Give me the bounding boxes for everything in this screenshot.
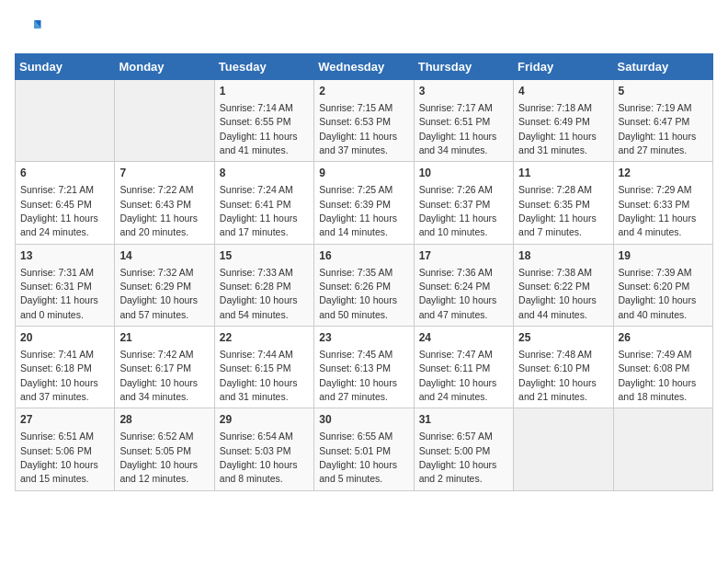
- day-number: 24: [419, 330, 508, 346]
- weekday-header-row: SundayMondayTuesdayWednesdayThursdayFrid…: [16, 54, 713, 80]
- calendar-cell: [514, 408, 613, 490]
- day-info: Sunrise: 7:39 AMSunset: 6:20 PMDaylight:…: [619, 267, 697, 320]
- calendar-cell: 15 Sunrise: 7:33 AMSunset: 6:28 PMDaylig…: [214, 244, 313, 326]
- day-info: Sunrise: 7:26 AMSunset: 6:37 PMDaylight:…: [419, 184, 497, 237]
- day-number: 9: [319, 166, 408, 181]
- calendar-cell: 5 Sunrise: 7:19 AMSunset: 6:47 PMDayligh…: [613, 80, 712, 162]
- day-info: Sunrise: 7:24 AMSunset: 6:41 PMDaylight:…: [220, 184, 298, 237]
- day-number: 20: [20, 330, 109, 346]
- day-info: Sunrise: 7:33 AMSunset: 6:28 PMDaylight:…: [220, 267, 298, 320]
- day-number: 18: [518, 248, 608, 264]
- day-number: 21: [119, 330, 209, 346]
- calendar-cell: 3 Sunrise: 7:17 AMSunset: 6:51 PMDayligh…: [414, 80, 513, 162]
- calendar-cell: 10 Sunrise: 7:26 AMSunset: 6:37 PMDaylig…: [414, 162, 513, 244]
- day-number: 10: [419, 166, 508, 181]
- day-info: Sunrise: 7:31 AMSunset: 6:31 PMDaylight:…: [20, 267, 98, 320]
- day-info: Sunrise: 7:36 AMSunset: 6:24 PMDaylight:…: [419, 267, 497, 320]
- weekday-header-friday: Friday: [514, 54, 613, 80]
- day-number: 12: [619, 166, 708, 181]
- day-number: 27: [20, 412, 109, 428]
- calendar-cell: 7 Sunrise: 7:22 AMSunset: 6:43 PMDayligh…: [115, 162, 214, 244]
- weekday-header-monday: Monday: [115, 54, 214, 80]
- day-info: Sunrise: 7:22 AMSunset: 6:43 PMDaylight:…: [119, 184, 198, 237]
- day-info: Sunrise: 7:47 AMSunset: 6:11 PMDaylight:…: [419, 349, 497, 402]
- day-number: 1: [220, 84, 309, 99]
- weekday-header-wednesday: Wednesday: [314, 54, 414, 80]
- day-info: Sunrise: 7:49 AMSunset: 6:08 PMDaylight:…: [619, 349, 697, 402]
- calendar-cell: 30 Sunrise: 6:55 AMSunset: 5:01 PMDaylig…: [314, 408, 414, 490]
- day-number: 28: [119, 412, 209, 428]
- calendar-week-2: 6 Sunrise: 7:21 AMSunset: 6:45 PMDayligh…: [16, 162, 713, 244]
- calendar-cell: 11 Sunrise: 7:28 AMSunset: 6:35 PMDaylig…: [514, 162, 613, 244]
- page-header: [15, 15, 713, 42]
- day-number: 26: [619, 330, 708, 346]
- weekday-header-sunday: Sunday: [16, 54, 115, 80]
- day-info: Sunrise: 7:32 AMSunset: 6:29 PMDaylight:…: [119, 267, 198, 320]
- calendar-cell: 24 Sunrise: 7:47 AMSunset: 6:11 PMDaylig…: [414, 327, 513, 408]
- calendar-cell: [115, 80, 214, 162]
- calendar-cell: 2 Sunrise: 7:15 AMSunset: 6:53 PMDayligh…: [314, 80, 414, 162]
- day-number: 23: [319, 330, 408, 346]
- day-info: Sunrise: 6:52 AMSunset: 5:05 PMDaylight:…: [119, 431, 198, 484]
- calendar-cell: 23 Sunrise: 7:45 AMSunset: 6:13 PMDaylig…: [314, 327, 414, 408]
- calendar-cell: 18 Sunrise: 7:38 AMSunset: 6:22 PMDaylig…: [514, 244, 613, 326]
- day-number: 14: [119, 248, 209, 264]
- day-info: Sunrise: 7:18 AMSunset: 6:49 PMDaylight:…: [518, 102, 597, 155]
- calendar-cell: 26 Sunrise: 7:49 AMSunset: 6:08 PMDaylig…: [613, 327, 712, 408]
- day-number: 25: [518, 330, 608, 346]
- calendar-cell: 29 Sunrise: 6:54 AMSunset: 5:03 PMDaylig…: [214, 408, 313, 490]
- day-number: 7: [119, 166, 209, 181]
- day-number: 19: [619, 248, 708, 264]
- day-info: Sunrise: 7:35 AMSunset: 6:26 PMDaylight:…: [319, 267, 397, 320]
- calendar-cell: 21 Sunrise: 7:42 AMSunset: 6:17 PMDaylig…: [115, 327, 214, 408]
- day-number: 11: [518, 166, 608, 181]
- day-info: Sunrise: 7:44 AMSunset: 6:15 PMDaylight:…: [220, 349, 298, 402]
- day-info: Sunrise: 7:45 AMSunset: 6:13 PMDaylight:…: [319, 349, 397, 402]
- day-number: 30: [319, 412, 408, 428]
- calendar-cell: 25 Sunrise: 7:48 AMSunset: 6:10 PMDaylig…: [514, 327, 613, 408]
- day-info: Sunrise: 7:19 AMSunset: 6:47 PMDaylight:…: [619, 102, 697, 155]
- calendar-cell: [16, 80, 115, 162]
- weekday-header-saturday: Saturday: [613, 54, 712, 80]
- day-info: Sunrise: 6:54 AMSunset: 5:03 PMDaylight:…: [220, 431, 298, 484]
- day-number: 13: [20, 248, 109, 264]
- day-number: 3: [419, 84, 508, 99]
- day-number: 4: [518, 84, 608, 99]
- day-number: 17: [419, 248, 508, 264]
- day-info: Sunrise: 7:17 AMSunset: 6:51 PMDaylight:…: [419, 102, 497, 155]
- calendar-week-3: 13 Sunrise: 7:31 AMSunset: 6:31 PMDaylig…: [16, 244, 713, 326]
- day-info: Sunrise: 7:41 AMSunset: 6:18 PMDaylight:…: [20, 349, 98, 402]
- day-info: Sunrise: 7:21 AMSunset: 6:45 PMDaylight:…: [20, 184, 98, 237]
- day-number: 15: [220, 248, 309, 264]
- calendar-table: SundayMondayTuesdayWednesdayThursdayFrid…: [15, 53, 713, 491]
- calendar-cell: 1 Sunrise: 7:14 AMSunset: 6:55 PMDayligh…: [214, 80, 313, 162]
- weekday-header-thursday: Thursday: [414, 54, 513, 80]
- day-info: Sunrise: 7:14 AMSunset: 6:55 PMDaylight:…: [220, 102, 298, 155]
- day-info: Sunrise: 7:28 AMSunset: 6:35 PMDaylight:…: [518, 184, 597, 237]
- day-info: Sunrise: 7:48 AMSunset: 6:10 PMDaylight:…: [518, 349, 597, 402]
- calendar-week-5: 27 Sunrise: 6:51 AMSunset: 5:06 PMDaylig…: [16, 408, 713, 490]
- day-info: Sunrise: 7:25 AMSunset: 6:39 PMDaylight:…: [319, 184, 397, 237]
- calendar-cell: 16 Sunrise: 7:35 AMSunset: 6:26 PMDaylig…: [314, 244, 414, 326]
- logo-icon: [15, 15, 42, 42]
- calendar-cell: 14 Sunrise: 7:32 AMSunset: 6:29 PMDaylig…: [115, 244, 214, 326]
- calendar-cell: 27 Sunrise: 6:51 AMSunset: 5:06 PMDaylig…: [16, 408, 115, 490]
- calendar-cell: 17 Sunrise: 7:36 AMSunset: 6:24 PMDaylig…: [414, 244, 513, 326]
- day-number: 22: [220, 330, 309, 346]
- calendar-cell: 31 Sunrise: 6:57 AMSunset: 5:00 PMDaylig…: [414, 408, 513, 490]
- calendar-cell: 4 Sunrise: 7:18 AMSunset: 6:49 PMDayligh…: [514, 80, 613, 162]
- calendar-cell: 28 Sunrise: 6:52 AMSunset: 5:05 PMDaylig…: [115, 408, 214, 490]
- logo: [15, 15, 46, 42]
- day-number: 8: [220, 166, 309, 181]
- calendar-cell: 20 Sunrise: 7:41 AMSunset: 6:18 PMDaylig…: [16, 327, 115, 408]
- calendar-cell: 6 Sunrise: 7:21 AMSunset: 6:45 PMDayligh…: [16, 162, 115, 244]
- day-info: Sunrise: 7:42 AMSunset: 6:17 PMDaylight:…: [119, 349, 198, 402]
- day-number: 2: [319, 84, 408, 99]
- day-number: 6: [20, 166, 109, 181]
- day-info: Sunrise: 6:51 AMSunset: 5:06 PMDaylight:…: [20, 431, 98, 484]
- day-info: Sunrise: 6:57 AMSunset: 5:00 PMDaylight:…: [419, 431, 497, 484]
- day-number: 29: [220, 412, 309, 428]
- calendar-cell: 19 Sunrise: 7:39 AMSunset: 6:20 PMDaylig…: [613, 244, 712, 326]
- calendar-cell: [613, 408, 712, 490]
- calendar-cell: 8 Sunrise: 7:24 AMSunset: 6:41 PMDayligh…: [214, 162, 313, 244]
